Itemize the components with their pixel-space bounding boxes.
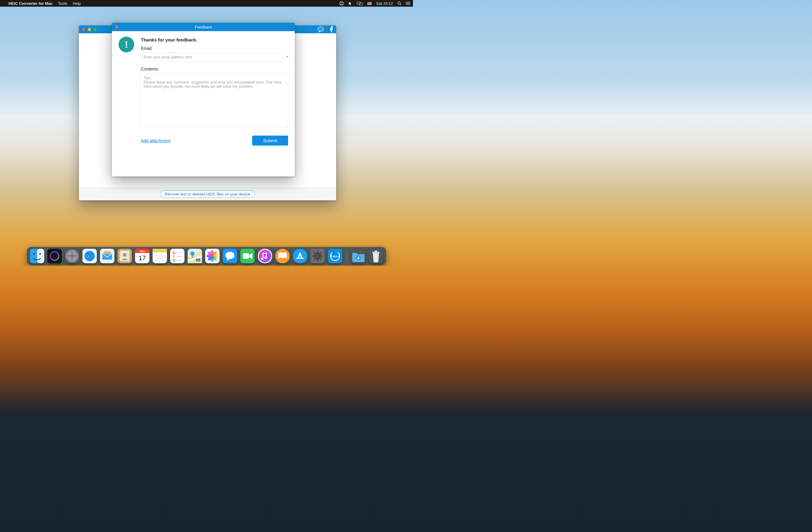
svg-rect-39 (153, 249, 167, 252)
svg-rect-0 (339, 2, 344, 4)
menubar-item-tools[interactable]: Tools (58, 1, 67, 6)
menu-extra-flag[interactable]: 🇺🇸 (367, 1, 372, 6)
svg-rect-4 (359, 3, 362, 5)
photos-icon[interactable] (205, 249, 220, 263)
dialog-close-button[interactable] (115, 25, 118, 29)
svg-rect-88 (375, 251, 378, 252)
calendar-icon[interactable]: MAR17 (135, 249, 150, 263)
appstore-icon[interactable] (293, 249, 307, 263)
messages-icon[interactable] (223, 249, 237, 263)
mail-icon[interactable] (100, 249, 115, 263)
svg-point-68 (259, 250, 272, 262)
svg-point-11 (406, 3, 406, 4)
svg-rect-29 (104, 251, 111, 254)
svg-text:3D: 3D (197, 260, 200, 261)
svg-point-32 (123, 253, 127, 257)
svg-point-20 (39, 253, 41, 254)
contents-label: Contents: (141, 67, 288, 71)
siri-icon[interactable] (47, 249, 62, 263)
spotlight-icon[interactable] (397, 1, 402, 5)
maps-icon[interactable]: 3D (188, 249, 202, 263)
heic-converter-icon[interactable]: HEIC (328, 249, 343, 263)
dock-divider (347, 249, 347, 263)
notes-icon[interactable] (153, 249, 167, 263)
svg-point-12 (406, 4, 406, 5)
menubar-clock[interactable]: Sat 23:12 (376, 1, 393, 6)
menu-extra-printer-icon[interactable] (339, 1, 344, 5)
menu-extra-list-icon[interactable] (406, 1, 410, 5)
dialog-heading: Thanks for your feedback. (141, 37, 288, 42)
macos-menubar: HEIC Converter for Mac Tools Help 🇺🇸 Sat… (0, 0, 413, 6)
app-footer: Recover lost or deleted HEIC files on yo… (79, 187, 336, 200)
ibooks-icon[interactable] (275, 249, 290, 263)
dialog-title: Feedback (195, 25, 212, 29)
svg-point-64 (226, 252, 235, 259)
finder-icon[interactable] (30, 249, 44, 263)
exclamation-badge-icon: ! (118, 37, 134, 52)
svg-rect-43 (170, 249, 185, 263)
svg-text:HEIC: HEIC (332, 255, 338, 258)
window-zoom-button[interactable] (93, 28, 97, 31)
svg-line-6 (400, 4, 401, 5)
required-asterisk: * (286, 55, 288, 60)
chat-bubble-icon[interactable] (317, 26, 324, 32)
svg-rect-1 (340, 1, 343, 2)
macos-dock: MAR173DHEIC (27, 247, 386, 265)
launchpad-icon[interactable] (65, 249, 79, 263)
window-minimize-button[interactable] (88, 28, 91, 31)
feedback-dialog: Feedback ! Thanks for your feedback. Ema… (112, 23, 295, 177)
svg-point-10 (406, 2, 406, 2)
contacts-icon[interactable] (118, 249, 132, 263)
facetime-icon[interactable] (240, 249, 255, 263)
recover-files-link[interactable]: Recover lost or deleted HEIC files on yo… (160, 190, 255, 198)
email-field[interactable] (141, 53, 283, 62)
trash-icon[interactable] (369, 249, 383, 263)
svg-rect-71 (296, 258, 304, 259)
svg-point-5 (398, 2, 401, 4)
menubar-item-help[interactable]: Help (73, 1, 81, 6)
window-close-button[interactable] (82, 28, 85, 31)
svg-text:MAR: MAR (140, 250, 145, 252)
svg-rect-66 (243, 253, 249, 259)
menubar-app-name[interactable]: HEIC Converter for Mac (9, 1, 53, 6)
svg-point-19 (33, 253, 35, 254)
contents-textarea[interactable] (141, 73, 288, 127)
dialog-titlebar[interactable]: Feedback (112, 23, 295, 31)
reminders-icon[interactable] (170, 249, 185, 263)
safari-icon[interactable] (83, 249, 97, 263)
downloads-folder-icon[interactable] (351, 249, 366, 263)
itunes-icon[interactable] (258, 249, 272, 263)
svg-point-51 (190, 251, 195, 256)
facebook-icon[interactable] (330, 26, 333, 32)
menu-extra-displays-icon[interactable] (357, 1, 363, 5)
add-attachment-link[interactable]: Add attachment (141, 138, 171, 143)
svg-rect-18 (37, 249, 44, 263)
svg-rect-21 (47, 249, 62, 263)
email-label: Email: (141, 46, 288, 51)
svg-point-14 (319, 29, 320, 29)
svg-point-16 (322, 29, 322, 29)
svg-point-15 (320, 29, 321, 29)
submit-button[interactable]: Submit (252, 136, 288, 145)
svg-text:17: 17 (139, 254, 146, 262)
svg-rect-3 (357, 2, 360, 4)
svg-rect-70 (293, 249, 307, 263)
menu-extra-cursor-icon[interactable] (348, 1, 352, 5)
preferences-icon[interactable] (310, 249, 325, 263)
